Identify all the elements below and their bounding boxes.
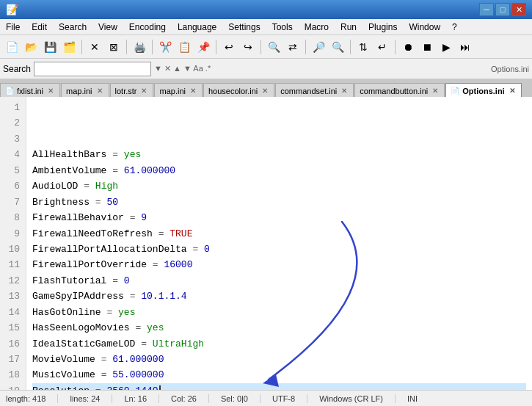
menu-tools[interactable]: Tools xyxy=(266,19,299,35)
search-options: ▼ ✕ ▲ ▼ Aa .* xyxy=(154,64,211,73)
tab-commandbutton[interactable]: commandbutton.ini ✕ xyxy=(354,83,445,97)
line-1: AllHealthBars = yes xyxy=(32,147,526,162)
tab-fxlist-label: fxlist.ini xyxy=(17,87,43,95)
macro-rec-button[interactable]: ⏺ xyxy=(399,38,417,56)
tab-housecolor-close[interactable]: ✕ xyxy=(260,87,269,95)
zoom-out-button[interactable]: 🔍 xyxy=(329,38,346,56)
save-button[interactable]: 💾 xyxy=(41,38,59,56)
search-right-label: Options.ini xyxy=(491,65,529,73)
save-all-button[interactable]: 🗂️ xyxy=(60,38,78,56)
line-2: AmbientVolume = 61.000000 xyxy=(32,163,526,178)
tab-commandset-label: commandset.ini xyxy=(280,87,337,95)
line-11: HasGotOnline = yes xyxy=(32,305,526,320)
line-3: AudioLOD = High xyxy=(32,178,526,194)
wrap-button[interactable]: ↵ xyxy=(374,38,391,56)
status-sel: Sel: 0|0 xyxy=(221,394,260,403)
tab-fxlist[interactable]: 📄 fxlist.ini ✕ xyxy=(0,83,60,97)
status-length: length: 418 xyxy=(6,394,58,403)
line-7: FirewallPortAllocationDelta = 0 xyxy=(32,242,526,257)
macro-stop-button[interactable]: ⏹ xyxy=(418,38,436,56)
print-button[interactable]: 🖨️ xyxy=(131,38,148,56)
menu-plugins[interactable]: Plugins xyxy=(362,19,403,35)
status-ln: Ln: 16 xyxy=(124,394,159,403)
toolbar-separator-7 xyxy=(350,40,351,54)
tab-lotr-close[interactable]: ✕ xyxy=(139,87,148,95)
tab-commandset[interactable]: commandset.ini ✕ xyxy=(275,83,354,97)
copy-button[interactable]: 📋 xyxy=(175,38,193,56)
search-bar: Search ▼ ✕ ▲ ▼ Aa .* Options.ini xyxy=(0,59,532,79)
menu-run[interactable]: Run xyxy=(335,19,362,35)
close-all-button[interactable]: ⊠ xyxy=(105,38,123,56)
tab-options[interactable]: 📄 Options.ini ✕ xyxy=(445,83,521,97)
tab-commandbutton-label: commandbutton.ini xyxy=(360,87,428,95)
menu-macro[interactable]: Macro xyxy=(299,19,335,35)
toolbar-separator-3 xyxy=(152,40,153,54)
tab-options-close[interactable]: ✕ xyxy=(508,87,517,95)
line-12: HasSeenLogoMovies = yes xyxy=(32,320,526,336)
tab-map1-close[interactable]: ✕ xyxy=(95,87,104,95)
status-encoding: UTF-8 xyxy=(272,394,307,403)
cut-button[interactable]: ✂️ xyxy=(156,38,174,56)
menu-search[interactable]: Search xyxy=(53,19,92,35)
status-lang: INI xyxy=(407,394,418,403)
tab-map2-label: map.ini xyxy=(159,87,185,95)
tab-commandset-close[interactable]: ✕ xyxy=(340,87,349,95)
paste-button[interactable]: 📌 xyxy=(194,38,212,56)
replace-button[interactable]: ⇄ xyxy=(284,38,302,56)
line-5: FirewallBehavior = 9 xyxy=(32,210,526,225)
line-15: MusicVolume = 55.000000 xyxy=(32,367,526,383)
open-button[interactable]: 📂 xyxy=(22,38,40,56)
line-6: FirewallNeedToRefresh = TRUE xyxy=(32,226,526,242)
new-button[interactable]: 📄 xyxy=(3,38,21,56)
line-9: FlashTutorial = 0 xyxy=(32,273,526,289)
line-numbers: 123456789101112131415161718192021222324 xyxy=(0,97,26,390)
code-content[interactable]: AllHealthBars = yesAmbientVolume = 61.00… xyxy=(26,97,532,390)
menu-language[interactable]: Language xyxy=(172,19,222,35)
macro-run-button[interactable]: ⏭ xyxy=(456,38,474,56)
tab-bar: 📄 fxlist.ini ✕ map.ini ✕ lotr.str ✕ map.… xyxy=(0,79,532,97)
toolbar-separator-8 xyxy=(395,40,396,54)
close-button-tb[interactable]: ✕ xyxy=(86,38,103,56)
menu-help[interactable]: ? xyxy=(446,19,463,35)
tab-lotr[interactable]: lotr.str ✕ xyxy=(110,83,154,97)
app-icon: 📝 xyxy=(6,4,18,15)
tab-fxlist-close[interactable]: ✕ xyxy=(46,87,55,95)
toolbar-separator-1 xyxy=(81,40,82,54)
line-4: Brightness = 50 xyxy=(32,195,526,210)
tab-options-label: Options.ini xyxy=(462,87,504,95)
title-bar: 📝 ─ □ ✕ xyxy=(0,0,532,19)
menu-file[interactable]: File xyxy=(0,19,26,35)
macro-play-button[interactable]: ▶ xyxy=(437,38,455,56)
redo-button[interactable]: ↪ xyxy=(239,38,257,56)
zoom-in-button[interactable]: 🔎 xyxy=(310,38,327,56)
tab-housecolor-label: housecolor.ini xyxy=(208,87,258,95)
menu-window[interactable]: Window xyxy=(403,19,446,35)
tab-map2[interactable]: map.ini ✕ xyxy=(154,83,202,97)
menu-settings[interactable]: Settings xyxy=(222,19,266,35)
search-input[interactable] xyxy=(34,62,151,76)
close-button[interactable]: ✕ xyxy=(511,3,526,16)
editor[interactable]: 123456789101112131415161718192021222324 … xyxy=(0,97,532,390)
undo-button[interactable]: ↩ xyxy=(220,38,238,56)
search-label: Search xyxy=(3,64,31,74)
menu-view[interactable]: View xyxy=(92,19,123,35)
status-type: Windows (CR LF) xyxy=(319,394,396,403)
toolbar-separator-5 xyxy=(260,40,261,54)
tab-map1[interactable]: map.ini ✕ xyxy=(61,83,109,97)
menu-encoding[interactable]: Encoding xyxy=(123,19,172,35)
maximize-button[interactable]: □ xyxy=(495,3,510,16)
find-button[interactable]: 🔍 xyxy=(265,38,283,56)
tab-fxlist-icon: 📄 xyxy=(5,87,14,95)
sync-scroll-button[interactable]: ⇅ xyxy=(354,38,372,56)
line-10: GameSpyIPAddress = 10.1.1.4 xyxy=(32,289,526,304)
toolbar-separator-2 xyxy=(126,40,127,54)
menu-edit[interactable]: Edit xyxy=(26,19,53,35)
tab-housecolor[interactable]: housecolor.ini ✕ xyxy=(203,83,274,97)
status-lines: lines: 24 xyxy=(70,394,112,403)
tab-map2-close[interactable]: ✕ xyxy=(189,87,197,95)
line-8: FirewallPortOverride = 16000 xyxy=(32,257,526,272)
tab-map1-label: map.ini xyxy=(66,87,92,95)
status-bar: length: 418 lines: 24 Ln: 16 Col: 26 Sel… xyxy=(0,390,532,406)
tab-commandbutton-close[interactable]: ✕ xyxy=(431,87,440,95)
minimize-button[interactable]: ─ xyxy=(479,3,494,16)
